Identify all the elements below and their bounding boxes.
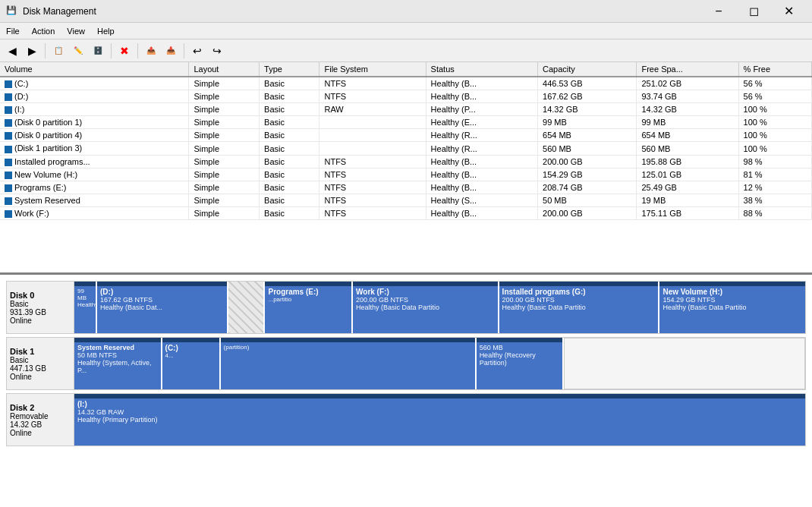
table-row[interactable]: Work (F:) Simple Basic NTFS Healthy (B..… — [0, 206, 812, 219]
table-row[interactable]: (C:) Simple Basic NTFS Healthy (B... 446… — [0, 77, 812, 90]
col-capacity[interactable]: Capacity — [538, 62, 637, 77]
col-layout[interactable]: Layout — [189, 62, 260, 77]
window-controls: − ◻ ✕ — [701, 0, 806, 23]
cell-pct: 12 % — [738, 181, 811, 194]
restore-button[interactable]: ◻ — [736, 0, 771, 23]
cell-volume: New Volume (H:) — [0, 168, 189, 181]
disk0-part-f[interactable]: Work (F:) 200.00 GB NTFS Healthy (Basic … — [353, 282, 499, 333]
disk2-row: Disk 2 Removable 14.32 GB Online (I:) 14… — [6, 393, 806, 446]
disk2-partitions: (I:) 14.32 GB RAW Healthy (Primary Parti… — [74, 393, 806, 446]
cell-fs: NTFS — [319, 181, 426, 194]
cell-free: 560 MB — [637, 142, 738, 155]
cell-volume: Installed programs... — [0, 155, 189, 168]
cell-fs — [319, 129, 426, 142]
disk1-main[interactable]: (partition) — [221, 338, 477, 389]
cell-volume: (I:) — [0, 103, 189, 116]
disk1-row: Disk 1 Basic 447.13 GB Online System Res… — [6, 337, 806, 390]
col-volume[interactable]: Volume — [0, 62, 189, 77]
disk0-status: Online — [10, 316, 71, 325]
disk0-label: Disk 0 Basic 931.39 GB Online — [6, 281, 74, 334]
cell-pct: 81 % — [738, 168, 811, 181]
disk0-unalloc[interactable] — [228, 282, 265, 333]
menu-view[interactable]: View — [61, 23, 91, 39]
col-filesystem[interactable]: File System — [319, 62, 426, 77]
cell-type: Basic — [260, 181, 319, 194]
disk0-part-d[interactable]: (D:) 167.62 GB NTFS Healthy (Basic Dat..… — [97, 282, 228, 333]
cell-pct: 56 % — [738, 90, 811, 103]
table-row[interactable]: Programs (E:) Simple Basic NTFS Healthy … — [0, 181, 812, 194]
cell-pct: 56 % — [738, 77, 811, 90]
cell-volume: (C:) — [0, 77, 189, 90]
toolbar-sep2 — [111, 43, 112, 58]
toolbar-btn5[interactable]: 📥 — [162, 42, 180, 60]
toolbar-btn4[interactable]: 📤 — [142, 42, 160, 60]
cell-capacity: 200.00 GB — [538, 206, 637, 219]
disk0-part-h[interactable]: New Volume (H:) 154.29 GB NTFS Healthy (… — [659, 282, 805, 333]
table-row[interactable]: (Disk 1 partition 3) Simple Basic Health… — [0, 142, 812, 155]
col-freespace[interactable]: Free Spa... — [637, 62, 738, 77]
table-row[interactable]: (I:) Simple Basic RAW Healthy (P... 14.3… — [0, 103, 812, 116]
table-row[interactable]: Installed programs... Simple Basic NTFS … — [0, 155, 812, 168]
cell-fs: NTFS — [319, 155, 426, 168]
disk1-recovery[interactable]: 560 MB Healthy (Recovery Partition) — [477, 338, 565, 389]
table-row[interactable]: (Disk 0 partition 1) Simple Basic Health… — [0, 116, 812, 129]
disk1-part-c[interactable]: (C:) 4... — [162, 338, 221, 389]
cell-type: Basic — [260, 129, 319, 142]
toolbar-back[interactable]: ◀ — [3, 42, 21, 60]
cell-type: Basic — [260, 142, 319, 155]
cell-free: 175.11 GB — [637, 206, 738, 219]
cell-free: 654 MB — [637, 129, 738, 142]
toolbar-undo[interactable]: ↩ — [188, 42, 206, 60]
main-content: Volume Layout Type File System Status Ca… — [0, 62, 812, 507]
cell-status: Healthy (B... — [426, 77, 537, 90]
cell-capacity: 446.53 GB — [538, 77, 637, 90]
toolbar: ◀ ▶ 📋 ✏️ 🗄️ ✖ 📤 📥 ↩ ↪ — [0, 39, 812, 62]
cell-volume: (D:) — [0, 90, 189, 103]
cell-capacity: 200.00 GB — [538, 155, 637, 168]
cell-capacity: 99 MB — [538, 116, 637, 129]
disk0-type: Basic — [10, 300, 71, 308]
cell-layout: Simple — [189, 77, 260, 90]
disk0-part-g[interactable]: Installed programs (G:) 200.00 GB NTFS H… — [499, 282, 660, 333]
minimize-button[interactable]: − — [701, 0, 736, 23]
cell-pct: 88 % — [738, 206, 811, 219]
menu-file[interactable]: File — [0, 23, 26, 39]
disk1-label: Disk 1 Basic 447.13 GB Online — [6, 337, 74, 390]
cell-capacity: 167.62 GB — [538, 90, 637, 103]
cell-fs: RAW — [319, 103, 426, 116]
disk1-unalloc[interactable] — [564, 338, 805, 389]
disk2-part-i[interactable]: (I:) 14.32 GB RAW Healthy (Primary Parti… — [74, 394, 805, 446]
toolbar-delete[interactable]: ✖ — [115, 42, 134, 60]
close-button[interactable]: ✕ — [771, 0, 806, 23]
cell-layout: Simple — [189, 103, 260, 116]
menu-help[interactable]: Help — [91, 23, 121, 39]
toolbar-btn3[interactable]: 🗄️ — [89, 42, 107, 60]
disk0-part-e[interactable]: Programs (E:) ...partitio — [265, 282, 353, 333]
toolbar-forward[interactable]: ▶ — [23, 42, 41, 60]
col-status[interactable]: Status — [426, 62, 537, 77]
cell-pct: 38 % — [738, 194, 811, 206]
disk0-part1[interactable]: 99 MB Healthy — [74, 282, 97, 333]
menu-action[interactable]: Action — [26, 23, 61, 39]
disk0-size: 931.39 GB — [10, 308, 71, 316]
table-row[interactable]: New Volume (H:) Simple Basic NTFS Health… — [0, 168, 812, 181]
menu-bar: File Action View Help — [0, 23, 812, 39]
cell-type: Basic — [260, 206, 319, 219]
table-row[interactable]: System Reserved Simple Basic NTFS Health… — [0, 194, 812, 206]
table-row[interactable]: (D:) Simple Basic NTFS Healthy (B... 167… — [0, 90, 812, 103]
toolbar-btn1[interactable]: 📋 — [49, 42, 68, 60]
disk1-sysres[interactable]: System Reserved 50 MB NTFS Healthy (Syst… — [74, 338, 162, 389]
disk0-partitions: 99 MB Healthy (D:) 167.62 GB NTFS Health… — [74, 281, 806, 334]
cell-status: Healthy (R... — [426, 142, 537, 155]
col-type[interactable]: Type — [260, 62, 319, 77]
toolbar-redo[interactable]: ↪ — [208, 42, 226, 60]
col-pctfree[interactable]: % Free — [738, 62, 811, 77]
cell-volume: Work (F:) — [0, 206, 189, 219]
cell-free: 195.88 GB — [637, 155, 738, 168]
cell-type: Basic — [260, 155, 319, 168]
cell-type: Basic — [260, 77, 319, 90]
toolbar-btn2[interactable]: ✏️ — [69, 42, 87, 60]
table-row[interactable]: (Disk 0 partition 4) Simple Basic Health… — [0, 129, 812, 142]
cell-layout: Simple — [189, 129, 260, 142]
cell-free: 93.74 GB — [637, 90, 738, 103]
